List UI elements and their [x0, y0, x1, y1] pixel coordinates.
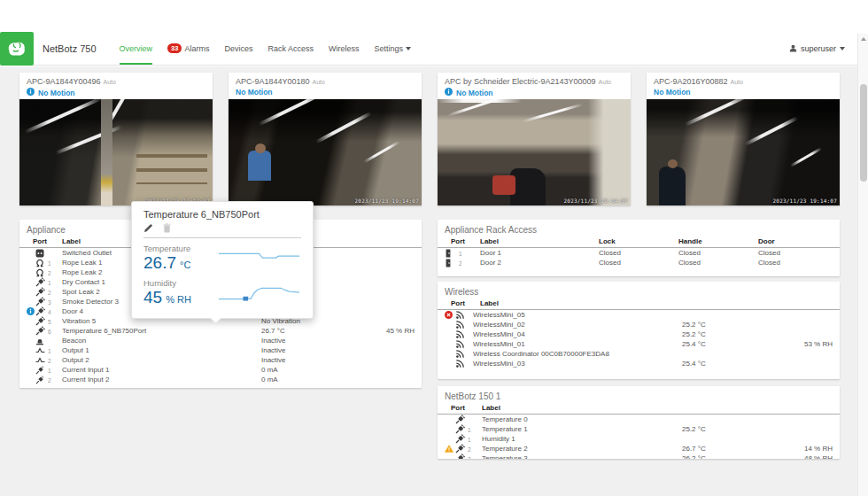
appliance-sensor-row[interactable]: 1 Current Input 1 0 mA: [19, 365, 422, 375]
output-relay-icon: [35, 356, 48, 364]
netbotz150-panel: NetBotz 150 1 Port Label Temperature 0 1…: [438, 386, 840, 459]
appliance-sensor-row[interactable]: Beacon Inactive: [19, 336, 422, 345]
camera-title-row: APC-9A2016Y00882Auto: [647, 73, 840, 86]
camera-feed: 2023/11/23 19:14:07: [19, 99, 213, 205]
page-scrollbar[interactable]: [857, 34, 868, 496]
popup-metric: Humidity 45 % RH: [132, 273, 313, 307]
app-title: NetBotz 750: [43, 43, 97, 54]
port-number: 6: [48, 325, 62, 337]
humidity-value: 14 % RH: [788, 444, 833, 453]
camera-card[interactable]: APC by Schneider Electric-9A2143Y00009Au…: [438, 73, 631, 205]
camera-scene-layer: [101, 99, 112, 205]
caret-down-icon: [406, 47, 411, 50]
rack-door-row[interactable]: 1 Door 1 Closed Closed Closed: [438, 248, 840, 258]
netbotz-logo[interactable]: [0, 32, 34, 66]
trash-icon: [163, 223, 171, 233]
scrollbar-thumb[interactable]: [860, 84, 867, 182]
netbotz150-sensor-row[interactable]: 1 Temperature 1 25.2 °C: [438, 424, 840, 434]
camera-title-row: APC-9A1844Y00496Auto: [19, 73, 213, 86]
sensor-plug-icon: [455, 424, 468, 434]
camera-card[interactable]: APC-9A1844Y00180Auto No Motion 2023/11/2…: [229, 73, 422, 205]
camera-scene-layer: [248, 151, 271, 181]
netbotz150-sensor-row[interactable]: 1 Humidity 1: [438, 434, 840, 444]
caret-down-icon: [840, 47, 845, 50]
port-number: 2: [48, 374, 62, 385]
netbotz150-sensor-row[interactable]: 3 Temperature 3 26.2 °C 48 % RH: [438, 453, 840, 459]
wireless-sensor-row[interactable]: WirelessMini_03 25.4 °C: [438, 359, 840, 368]
door-icon: [445, 259, 459, 267]
wireless-sensor-row[interactable]: WirelessMini_02 25.2 °C: [438, 320, 840, 329]
port-number: 2: [459, 257, 480, 268]
warning-triangle-icon: [445, 445, 455, 453]
output-relay-icon: [35, 346, 48, 354]
camera-feed: 2023/11/23 19:14:07: [229, 99, 422, 205]
port-number: [48, 340, 62, 342]
camera-card[interactable]: APC-9A2016Y00882Auto No Motion 2023/11/2…: [647, 73, 840, 205]
port-number: [468, 419, 482, 421]
wireless-sensor-row[interactable]: WirelessMini_05: [438, 310, 840, 320]
nav-rack-access[interactable]: Rack Access: [267, 32, 314, 65]
door-state: Closed: [758, 258, 833, 267]
wireless-sensor-row[interactable]: WirelessMini_01 25.4 °C 53 % RH: [438, 339, 840, 349]
wireless-icon: [455, 320, 473, 329]
appliance-sensor-row[interactable]: 2 Output 2 Inactive: [19, 355, 422, 365]
wireless-sensor-row[interactable]: Wireless Coordinator 00C0B70000FE3DA8: [438, 349, 840, 359]
sensor-label: Output 2: [62, 355, 261, 365]
handle-state: Closed: [678, 258, 758, 267]
nav-settings[interactable]: Settings: [374, 32, 411, 65]
main-nav: Overview 33 Alarms Devices Rack Access W…: [120, 32, 411, 65]
door-icon: [445, 249, 459, 258]
wireless-icon: [455, 339, 473, 349]
camera-scene-layer: [790, 147, 822, 167]
metric-unit: °C: [180, 260, 190, 270]
camera-feed: 2023/11/23 19:14:07: [438, 99, 631, 205]
person-icon: [789, 44, 797, 52]
netbotz150-sensor-row[interactable]: Temperature 0: [438, 415, 840, 424]
sensor-value: Inactive: [261, 355, 368, 365]
netbotz150-panel-title: NetBotz 150 1: [438, 386, 840, 403]
nav-alarms[interactable]: 33 Alarms: [167, 32, 209, 65]
camera-timestamp: 2023/11/23 19:14:07: [564, 198, 628, 204]
col-label: Label: [480, 237, 599, 245]
appliance-sensor-row[interactable]: 6 Temperature 6_NB750Port 26.7 °C 45 % R…: [19, 326, 422, 336]
camera-title-row: APC-9A1844Y00180Auto: [229, 73, 422, 86]
user-menu[interactable]: superuser: [789, 44, 845, 53]
camera-title: APC-9A1844Y00180: [236, 77, 310, 86]
nav-overview[interactable]: Overview: [120, 32, 153, 65]
nav-wireless[interactable]: Wireless: [329, 32, 360, 65]
camera-card[interactable]: APC-9A1844Y00496Auto No Motion 2023/11/2…: [19, 73, 213, 205]
sensor-value-secondary: 45 % RH: [368, 326, 415, 336]
sensor-label: Temperature 3: [482, 453, 682, 459]
delete-button[interactable]: [163, 223, 171, 233]
camera-timestamp: 2023/11/23 19:14:07: [773, 198, 837, 204]
edit-button[interactable]: [143, 223, 153, 233]
motion-status-label: No Motion: [654, 88, 691, 97]
sensor-label: WirelessMini_05: [473, 310, 682, 320]
scrollbar-up-arrow[interactable]: [858, 34, 868, 43]
appliance-sensor-row[interactable]: 2 Current Input 2 0 mA: [19, 375, 422, 384]
col-door: Door: [758, 237, 833, 245]
appliance-sensor-row[interactable]: 1 Output 1 Inactive: [19, 345, 422, 355]
netbotz150-sensor-row[interactable]: 2 Temperature 2 26.7 °C 14 % RH: [438, 444, 840, 453]
sensor-value: Inactive: [261, 336, 368, 345]
camera-motion-status: No Motion: [647, 86, 840, 99]
sensor-plug-icon: [35, 326, 48, 336]
nav-settings-label: Settings: [374, 44, 403, 53]
temperature-value: 26.7 °C: [682, 444, 788, 453]
sensor-detail-popup: Temperature 6_NB750Port Temperature 26.7…: [131, 201, 314, 319]
handle-state: Closed: [678, 248, 758, 258]
metric-unit: % RH: [166, 294, 191, 305]
rack-access-panel: Appliance Rack Access Port Label Lock Ha…: [438, 220, 840, 276]
sensor-plug-icon: [35, 277, 48, 287]
sensor-value: 0 mA: [261, 375, 368, 384]
camera-scene-layer: [523, 103, 583, 122]
rack-door-row[interactable]: 2 Door 2 Closed Closed Closed: [438, 258, 840, 267]
col-port: Port: [445, 299, 480, 307]
door-label: Door 1: [480, 248, 599, 258]
col-port: Port: [445, 237, 480, 245]
nav-devices[interactable]: Devices: [224, 32, 252, 65]
camera-title: APC-9A1844Y00496: [27, 77, 101, 86]
camera-title-row: APC by Schneider Electric-9A2143Y00009Au…: [438, 73, 631, 86]
wireless-sensor-row[interactable]: WirelessMini_04 25.2 °C: [438, 329, 840, 339]
metric-value: 45: [143, 288, 162, 307]
